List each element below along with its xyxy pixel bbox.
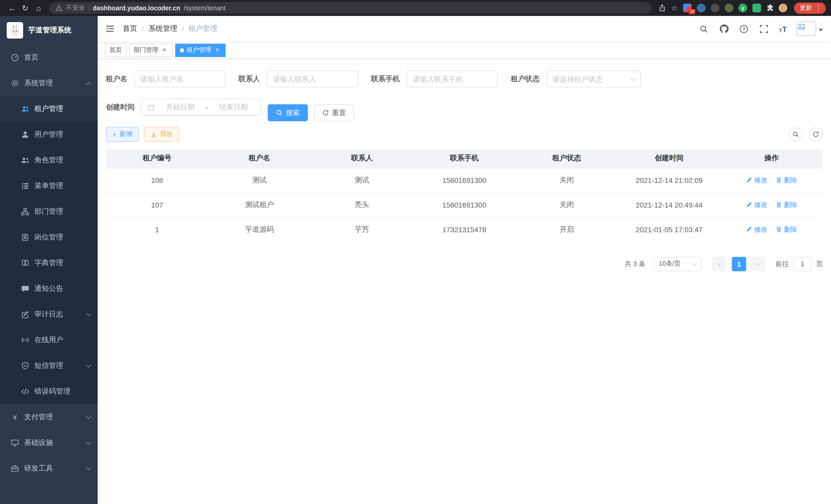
row-delete-button[interactable]: 删除 <box>776 225 797 234</box>
sidebar-item-online-users[interactable]: 在线用户 <box>0 327 98 353</box>
page-content: 租户名 联系人 联系手机 租户状态 <box>98 59 831 504</box>
sidebar-item-role-management[interactable]: 角色管理 <box>0 147 98 173</box>
toggle-search-icon[interactable] <box>789 127 803 141</box>
search-button[interactable]: 搜索 <box>268 104 308 121</box>
menu-label: 字典管理 <box>34 259 63 268</box>
cell-actions: 修改删除 <box>720 217 823 242</box>
extensions-puzzle-icon[interactable] <box>764 2 776 14</box>
breadcrumb-separator: / <box>182 25 184 33</box>
sidebar-item-audit-log[interactable]: 审计日志 <box>0 302 98 327</box>
url-bar[interactable]: 不安全 dashboard.yudao.iocoder.cn /system/t… <box>49 2 652 14</box>
code-icon <box>21 387 29 395</box>
date-range-picker[interactable]: 开始日期 - 结束日期 <box>141 99 261 116</box>
extension-icon-3[interactable] <box>711 4 719 12</box>
dashboard-icon <box>11 53 19 62</box>
sidebar-item-sms-management[interactable]: 短信管理 <box>0 353 98 379</box>
sidebar-item-dict-management[interactable]: 字典管理 <box>0 250 98 276</box>
calendar-icon <box>147 103 155 111</box>
menu-list-icon <box>21 182 29 190</box>
back-icon[interactable]: ← <box>5 1 19 14</box>
search-button-label: 搜索 <box>286 108 299 117</box>
reset-button[interactable]: 重置 <box>314 104 354 121</box>
menu-label: 研发工具 <box>24 464 53 473</box>
tenant-name-input[interactable] <box>140 75 220 83</box>
goto-page-input[interactable] <box>793 257 812 271</box>
phone-input[interactable] <box>413 75 492 83</box>
extension-icon-1[interactable]: 10 <box>683 4 692 12</box>
header-search-icon[interactable] <box>699 24 709 34</box>
row-edit-button[interactable]: 修改 <box>746 225 768 234</box>
profile-avatar-icon[interactable] <box>779 4 787 12</box>
sidebar-item-infrastructure[interactable]: 基础设施 <box>0 430 98 456</box>
row-edit-button[interactable]: 修改 <box>746 176 768 185</box>
sidebar-item-system-management[interactable]: 系统管理 <box>0 70 98 96</box>
goto-unit-label: 页 <box>816 259 823 268</box>
home-icon[interactable]: ⌂ <box>32 1 45 14</box>
extension-icon-6[interactable] <box>752 4 761 12</box>
cell-name: 测试租户 <box>208 192 311 217</box>
page-number-1[interactable]: 1 <box>732 257 746 271</box>
next-page-button[interactable]: › <box>751 257 766 271</box>
refresh-icon[interactable] <box>809 127 823 141</box>
sidebar-item-notice[interactable]: 通知公告 <box>0 276 98 302</box>
row-delete-button[interactable]: 删除 <box>776 200 797 210</box>
menu-label: 支付管理 <box>24 413 53 422</box>
prev-page-button[interactable]: ‹ <box>712 257 727 271</box>
roles-icon <box>21 156 29 165</box>
sidebar-item-post-management[interactable]: 岗位管理 <box>0 225 98 250</box>
reload-icon[interactable]: ↻ <box>19 1 32 14</box>
sidebar-item-dept-management[interactable]: 部门管理 <box>0 199 98 225</box>
tab-tenant-management[interactable]: 租户管理 × <box>175 43 226 57</box>
sidebar-collapse-icon[interactable] <box>98 16 122 41</box>
close-icon[interactable]: × <box>161 47 168 54</box>
fullscreen-icon[interactable] <box>759 24 769 34</box>
extension-icon-5[interactable]: y <box>739 4 747 12</box>
breadcrumb-home[interactable]: 首页 <box>123 24 137 33</box>
sidebar-logo[interactable]: 芋道管理系统 <box>0 16 98 45</box>
breadcrumb-system[interactable]: 系统管理 <box>148 24 177 33</box>
sidebar-item-error-code[interactable]: 错误码管理 <box>0 379 98 404</box>
extension-letter: y <box>739 4 747 12</box>
sidebar-item-payment[interactable]: ¥ 支付管理 <box>0 404 98 430</box>
sidebar-item-user-management[interactable]: 用户管理 <box>0 122 98 147</box>
menu-label: 系统管理 <box>24 79 53 88</box>
browser-update-button[interactable]: 更新 ⋮ <box>794 2 826 13</box>
font-size-icon[interactable]: TT <box>779 24 787 33</box>
export-button[interactable]: 导出 <box>144 127 180 142</box>
row-delete-button[interactable]: 删除 <box>776 176 797 185</box>
status-select[interactable] <box>546 70 641 87</box>
app-header: 首页 / 系统管理 / 租户管理 ? <box>98 16 831 41</box>
user-avatar-menu[interactable] <box>797 22 823 36</box>
add-button[interactable]: + 新增 <box>106 127 139 142</box>
tenant-table: 租户编号 租户名 联系人 联系手机 租户状态 创建时间 操作 108 测试 <box>106 149 823 242</box>
svg-text:?: ? <box>743 26 746 32</box>
sidebar-item-dev-tools[interactable]: 研发工具 <box>0 456 98 481</box>
app-title: 芋道管理系统 <box>28 26 71 35</box>
status-select-input[interactable] <box>552 75 628 83</box>
tab-dept-management[interactable]: 部门管理 × <box>129 43 173 57</box>
tab-home[interactable]: 首页 <box>105 43 126 57</box>
share-icon[interactable] <box>656 2 668 14</box>
contact-input[interactable] <box>273 75 352 83</box>
github-icon[interactable] <box>719 24 729 34</box>
help-icon[interactable]: ? <box>739 24 749 34</box>
date-start-placeholder[interactable]: 开始日期 <box>159 102 201 112</box>
menu-label: 菜单管理 <box>34 181 63 190</box>
bookmark-star-icon[interactable]: ☆ <box>668 2 681 14</box>
date-end-placeholder[interactable]: 结束日期 <box>212 102 255 112</box>
breadcrumb: 首页 / 系统管理 / 租户管理 <box>123 24 218 33</box>
close-icon[interactable]: × <box>214 47 221 54</box>
extension-badge: 10 <box>689 9 695 14</box>
browser-menu-icon[interactable]: ⋮ <box>815 4 822 12</box>
user-icon <box>21 130 29 139</box>
sidebar-item-menu-management[interactable]: 菜单管理 <box>0 173 98 199</box>
menu-label: 用户管理 <box>34 130 63 139</box>
col-tenant-name: 租户名 <box>208 149 311 168</box>
cell-created: 2021-12-14 21:02:09 <box>618 168 720 192</box>
extension-icon-4[interactable] <box>725 4 733 12</box>
row-edit-button[interactable]: 修改 <box>746 200 768 210</box>
sidebar-item-tenant-management[interactable]: 租户管理 <box>0 96 98 122</box>
sidebar-item-home[interactable]: 首页 <box>0 45 98 70</box>
page-size-select[interactable]: 10条/页 <box>654 257 701 271</box>
extension-icon-2[interactable] <box>697 4 706 12</box>
